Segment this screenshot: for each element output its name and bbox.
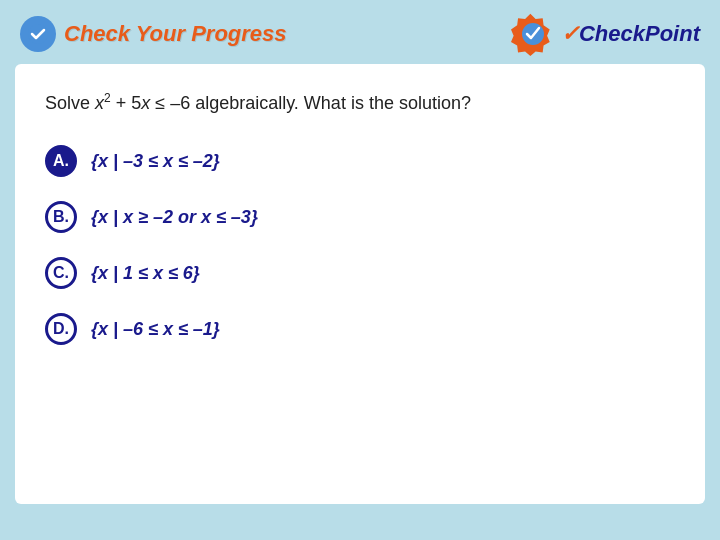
header-bar: Check Your Progress ✓CheckPoint	[0, 0, 720, 64]
choice-label-d: D.	[45, 313, 77, 345]
checkpoint-badge-icon	[511, 12, 555, 56]
checkpoint-logo: ✓CheckPoint	[511, 12, 700, 56]
choice-text-d: {x | –6 ≤ x ≤ –1}	[91, 319, 220, 340]
answer-choice-b[interactable]: B. {x | x ≥ –2 or x ≤ –3}	[45, 201, 675, 233]
content-area: Solve x2 + 5x ≤ –6 algebraically. What i…	[15, 64, 705, 504]
choice-label-c: C.	[45, 257, 77, 289]
checkpoint-check-symbol: ✓	[561, 21, 579, 46]
answer-choice-d[interactable]: D. {x | –6 ≤ x ≤ –1}	[45, 313, 675, 345]
choice-label-b: B.	[45, 201, 77, 233]
choice-label-a: A.	[45, 145, 77, 177]
answer-choice-a[interactable]: A. {x | –3 ≤ x ≤ –2}	[45, 145, 675, 177]
checkmark-icon	[20, 16, 56, 52]
choice-text-b: {x | x ≥ –2 or x ≤ –3}	[91, 207, 258, 228]
checkpoint-label: ✓CheckPoint	[561, 21, 700, 47]
check-your-progress-section: Check Your Progress	[20, 16, 287, 52]
check-your-progress-label: Check Your Progress	[64, 21, 287, 47]
choice-text-c: {x | 1 ≤ x ≤ 6}	[91, 263, 200, 284]
problem-statement: Solve x2 + 5x ≤ –6 algebraically. What i…	[45, 89, 675, 117]
answer-choice-c[interactable]: C. {x | 1 ≤ x ≤ 6}	[45, 257, 675, 289]
checkpoint-label-text: CheckPoint	[579, 21, 700, 46]
choice-text-a: {x | –3 ≤ x ≤ –2}	[91, 151, 220, 172]
page-container: Check Your Progress ✓CheckPoint Solve x2…	[0, 0, 720, 540]
